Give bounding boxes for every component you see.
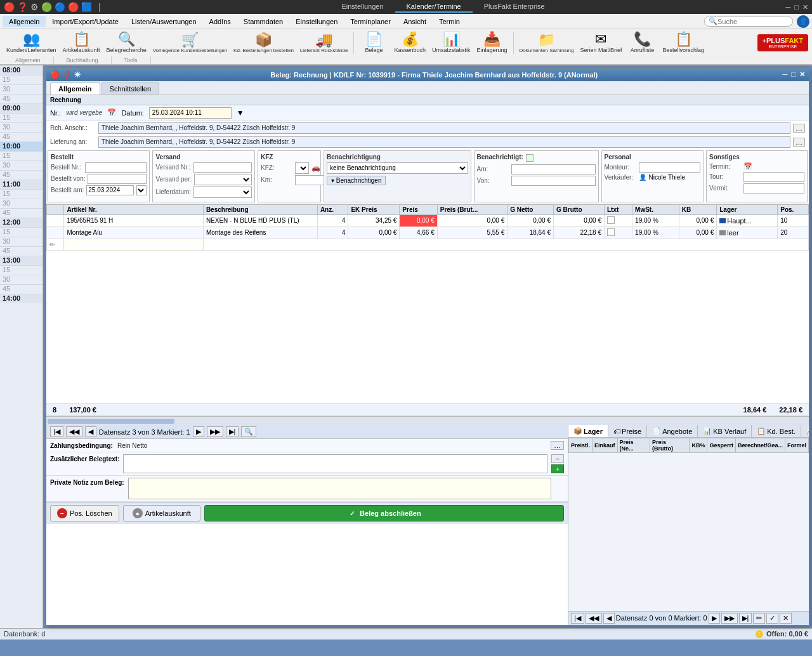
lieferung-btn[interactable]: …	[793, 138, 805, 147]
help-icon[interactable]: ❓	[17, 2, 28, 12]
rth-berechnet[interactable]: Berechnet/Gea...	[735, 438, 785, 453]
th-mwst[interactable]: MwSt.	[632, 204, 679, 214]
rth-preis-ne[interactable]: Preis (Ne...	[617, 438, 650, 453]
termin-calendar-icon[interactable]: 📅	[743, 162, 752, 171]
kfz-select[interactable]	[295, 162, 309, 174]
th-lager[interactable]: Lager	[717, 204, 778, 214]
row1-g-netto[interactable]: 0,00 €	[508, 214, 554, 226]
new-row-artikel-input[interactable]	[67, 241, 200, 248]
row2-g-brutto[interactable]: 22,18 €	[554, 226, 605, 239]
tool-umsatz[interactable]: 📊 Umsatzstatistik	[429, 30, 473, 55]
doc-tab-allgemein[interactable]: Allgemein	[50, 82, 100, 95]
rth-einkauf[interactable]: Einkauf	[593, 438, 618, 453]
tab-einstellungen[interactable]: Einstellungen	[330, 1, 395, 13]
artikelauskunft-button[interactable]: ● Artikelauskunft	[123, 505, 200, 522]
row1-mwst[interactable]: 19,00 %	[632, 214, 679, 226]
tool-anrufliste[interactable]: 📞 Anrufliste	[625, 30, 658, 55]
pos-loschen-button[interactable]: − Pos. Löschen	[50, 505, 119, 522]
th-ek-preis[interactable]: EK Preis	[348, 204, 400, 214]
vermit-input[interactable]	[743, 183, 804, 194]
bestell-am-select[interactable]	[136, 185, 147, 195]
right-nav-edit[interactable]: ✏	[753, 613, 765, 624]
minimize-button[interactable]: ─	[786, 3, 791, 11]
row1-preis[interactable]: 0,00 €	[400, 214, 437, 226]
nav-prev[interactable]: ◀	[85, 426, 96, 437]
benachrichtigt-am-input[interactable]	[511, 164, 596, 174]
menu-addins[interactable]: AddIns	[203, 16, 237, 27]
versand-per-select[interactable]	[194, 174, 252, 185]
nav-next[interactable]: ▶	[193, 426, 204, 437]
doc-minimize-button[interactable]: ─	[783, 70, 788, 79]
row2-anz[interactable]: 4	[317, 226, 348, 239]
datum-input[interactable]	[149, 107, 232, 119]
th-preis-brutto[interactable]: Preis (Brut...	[437, 204, 507, 214]
th-anz[interactable]: Anz.	[317, 204, 348, 214]
right-tab-kb[interactable]: 📊 KB Verlauf	[698, 425, 752, 437]
rth-gesperrt[interactable]: Gesperrt	[707, 438, 736, 453]
benach-button[interactable]: ▾ Benachrichtigen	[327, 176, 386, 185]
lieferung-input[interactable]	[98, 136, 790, 148]
doc-tab-schnittstellen[interactable]: Schnittstellen	[102, 82, 159, 95]
new-row-artikel[interactable]	[64, 239, 203, 250]
versand-nr-input[interactable]	[193, 162, 252, 173]
bestell-von-input[interactable]	[88, 174, 147, 184]
doc-maximize-button[interactable]: □	[791, 70, 796, 79]
th-ltxt[interactable]: Ltxt	[604, 204, 632, 214]
row2-mwst[interactable]: 19,00 %	[632, 226, 679, 239]
row1-ltxt-check[interactable]	[607, 216, 615, 224]
notiz-textarea[interactable]	[128, 478, 551, 499]
table-hscrollbar[interactable]	[46, 416, 809, 425]
row1-preis-brutto[interactable]: 0,00 €	[437, 214, 507, 226]
row2-artikel-nr[interactable]: Montage Alu	[64, 226, 203, 239]
nav-last[interactable]: ▶|	[226, 426, 239, 437]
tab-plusfakt[interactable]: PlusFakt Enterprise	[473, 1, 556, 13]
th-kb[interactable]: KB	[679, 204, 716, 214]
right-tab-angebote[interactable]: 📄 Angebote	[647, 425, 698, 437]
menu-termin[interactable]: Termin	[433, 16, 466, 27]
benachrichtigt-checkbox[interactable]	[526, 154, 534, 162]
km-input[interactable]	[295, 175, 327, 185]
hscroll-thumb[interactable]	[48, 419, 174, 424]
menu-einstellungen[interactable]: Einstellungen	[289, 16, 344, 27]
tool-kunden[interactable]: 👥 Kunden/Lieferanten	[4, 30, 59, 55]
rth-preis-brutto[interactable]: Preis (Brutto)	[650, 438, 689, 453]
row2-ltxt-check[interactable]	[607, 228, 615, 236]
rth-kb[interactable]: KB%	[690, 438, 707, 453]
tool-dokumente[interactable]: 📁 Dokumenten Sammlung	[517, 31, 577, 55]
row2-preis[interactable]: 4,66 €	[400, 226, 437, 239]
doc-help-icon[interactable]: ❓	[62, 70, 72, 79]
menu-ansicht[interactable]: Ansicht	[397, 16, 433, 27]
maximize-button[interactable]: □	[794, 3, 799, 11]
tool-kassenbuch[interactable]: 💰 Kassenbuch	[391, 30, 428, 55]
tool-kdbestellungen[interactable]: 📦 Kd. Bestellungen bestellen	[231, 31, 296, 55]
row1-anz[interactable]: 4	[317, 214, 348, 226]
menu-terminplaner[interactable]: Terminplaner	[344, 16, 397, 27]
tool-belege[interactable]: 📄 Belege	[357, 30, 390, 55]
belegtext-minus-btn[interactable]: −	[551, 454, 564, 463]
row2-lager[interactable]: leer	[717, 226, 778, 239]
nav-next-next[interactable]: ▶▶	[207, 426, 223, 437]
beleg-abschliessen-button[interactable]: ✓ Beleg abschließen	[204, 505, 564, 522]
menu-listen[interactable]: Listen/Auswertungen	[125, 16, 203, 27]
rch-anschr-btn[interactable]: …	[793, 124, 805, 133]
belegtext-plus-btn[interactable]: +	[551, 464, 564, 473]
right-nav-last[interactable]: ▶|	[739, 613, 752, 624]
rch-anschr-input[interactable]	[98, 122, 790, 134]
tool-artikel[interactable]: 📋 Artikelauskunft	[60, 30, 103, 55]
tool-einlagerung[interactable]: 📥 Einlagerung	[475, 30, 510, 55]
row1-artikel-nr[interactable]: 195/65R15 91 H	[64, 214, 203, 226]
th-g-netto[interactable]: G Netto	[508, 204, 554, 214]
doc-close-button[interactable]: ✕	[799, 70, 805, 79]
rth-formel[interactable]: Formel	[785, 438, 808, 453]
benachrichtigt-von-input[interactable]	[511, 176, 596, 186]
tool-lieferant[interactable]: 🚚 Lieferant Rückstände	[298, 31, 351, 55]
row2-g-netto[interactable]: 18,64 €	[508, 226, 554, 239]
tool-serien[interactable]: ✉ Serien Mail/Brief	[577, 30, 624, 55]
right-tab-preise[interactable]: 🏷 Preise	[608, 425, 647, 437]
th-beschreibung[interactable]: Beschreibung	[203, 204, 317, 214]
bestell-nr-input[interactable]	[85, 162, 147, 173]
tour-input[interactable]	[743, 172, 804, 182]
monteur-input[interactable]	[639, 162, 700, 173]
belegtext-textarea[interactable]	[123, 454, 547, 473]
payment-btn[interactable]: …	[551, 441, 564, 450]
